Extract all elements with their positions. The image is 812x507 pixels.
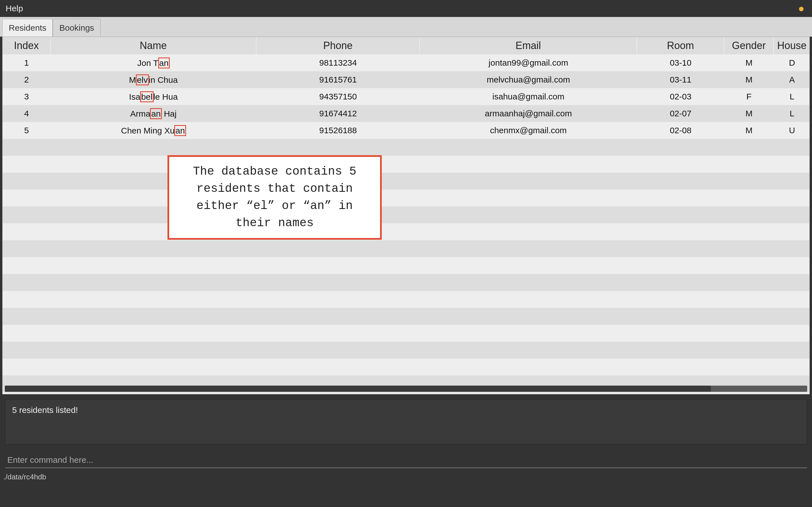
tab-bookings[interactable]: Bookings [53, 19, 100, 37]
col-email[interactable]: Email [420, 37, 637, 54]
cell-room: 02-03 [637, 88, 724, 105]
table-row-empty [3, 392, 810, 394]
table-row-empty [3, 189, 810, 207]
col-phone[interactable]: Phone [256, 37, 420, 54]
table-row[interactable]: 4Armaan Haj91674412armaanhaj@gmail.com02… [3, 105, 810, 122]
table-row-empty [3, 139, 810, 156]
table-row-empty [3, 308, 810, 325]
highlight: an [174, 125, 186, 136]
cell-phone: 94357150 [256, 88, 420, 105]
col-room[interactable]: Room [637, 37, 724, 54]
table-header-row: Index Name Phone Email Room Gender House… [3, 37, 810, 54]
cell-house: L [774, 105, 810, 122]
cell-gender: M [724, 105, 774, 122]
cell-index: 3 [3, 88, 50, 105]
table-row-empty [3, 274, 810, 291]
col-gender[interactable]: Gender [724, 37, 774, 54]
table-row-empty [3, 358, 810, 376]
cell-gender: M [724, 122, 774, 139]
cell-phone: 91615761 [256, 71, 420, 88]
cell-email: armaanhaj@gmail.com [420, 105, 637, 122]
table-row-empty [3, 291, 810, 308]
cell-email: melvchua@gmail.com [420, 71, 637, 88]
cell-gender: F [724, 88, 774, 105]
footer-path: ./data/rc4hdb [0, 468, 812, 482]
status-message: 5 residents listed! [12, 405, 78, 414]
cell-house: A [774, 71, 810, 88]
cell-room: 03-11 [637, 71, 724, 88]
cell-index: 1 [3, 54, 50, 71]
tab-residents[interactable]: Residents [2, 19, 53, 37]
horizontal-scroll-thumb[interactable] [5, 386, 711, 392]
table-row-empty [3, 156, 810, 173]
table-row[interactable]: 5Chen Ming Xuan91526188chenmx@gmail.com0… [3, 122, 810, 139]
highlight: an [158, 57, 170, 68]
cell-email: isahua@gmail.com [420, 88, 637, 105]
table-row-empty [3, 325, 810, 342]
table-row-empty [3, 240, 810, 257]
menu-help[interactable]: Help [6, 4, 23, 13]
table-row-empty [3, 342, 810, 358]
cell-room: 03-10 [637, 54, 724, 71]
col-name[interactable]: Name [50, 37, 256, 54]
table-row[interactable]: 3Isabelle Hua94357150isahua@gmail.com02-… [3, 88, 810, 105]
titlebar: Help [0, 0, 812, 17]
table-row-empty [3, 173, 810, 189]
col-index[interactable]: Index [3, 37, 50, 54]
cell-phone: 91526188 [256, 122, 420, 139]
cell-phone: 91674412 [256, 105, 420, 122]
cell-phone: 98113234 [256, 54, 420, 71]
cell-house: U [774, 122, 810, 139]
cell-name: Melvin Chua [50, 71, 256, 88]
command-input-container[interactable] [5, 452, 807, 468]
table-row[interactable]: 2Melvin Chua91615761melvchua@gmail.com03… [3, 71, 810, 88]
cell-name: Chen Ming Xuan [50, 122, 256, 139]
cell-house: L [774, 88, 810, 105]
highlight: elv [136, 74, 149, 86]
annotation-callout: The database contains 5 residents that c… [167, 155, 382, 240]
residents-table: Index Name Phone Email Room Gender House… [3, 37, 810, 394]
cell-gender: M [724, 54, 774, 71]
cell-room: 02-08 [637, 122, 724, 139]
cell-index: 4 [3, 105, 50, 122]
cell-name: Jon Tan [50, 54, 256, 71]
table-row-empty [3, 257, 810, 274]
cell-name: Isabelle Hua [50, 88, 256, 105]
tabbar: Residents Bookings [0, 17, 812, 37]
window-minimize-icon[interactable] [799, 7, 804, 11]
table-row-empty [3, 207, 810, 223]
cell-name: Armaan Haj [50, 105, 256, 122]
col-house[interactable]: House [774, 37, 810, 54]
command-input[interactable] [7, 455, 805, 465]
highlight: an [150, 108, 161, 119]
table-row-empty [3, 223, 810, 240]
cell-house: D [774, 54, 810, 71]
horizontal-scrollbar[interactable] [5, 386, 807, 392]
cell-gender: M [724, 71, 774, 88]
cell-room: 02-07 [637, 105, 724, 122]
highlight: bel [140, 91, 154, 102]
cell-index: 2 [3, 71, 50, 88]
cell-index: 5 [3, 122, 50, 139]
status-message-box: 5 residents listed! [5, 399, 807, 445]
cell-email: jontan99@gmail.com [420, 54, 637, 71]
table-row[interactable]: 1Jon Tan98113234jontan99@gmail.com03-10M… [3, 54, 810, 71]
table-container: Index Name Phone Email Room Gender House… [2, 37, 810, 394]
cell-email: chenmx@gmail.com [420, 122, 637, 139]
